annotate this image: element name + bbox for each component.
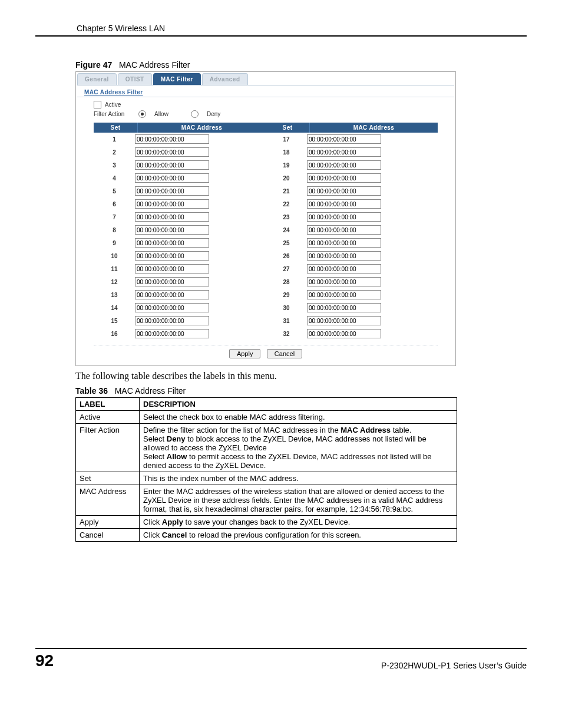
figure-caption: Figure 47 MAC Address Filter xyxy=(75,60,527,70)
mac-address-input[interactable] xyxy=(135,251,209,261)
mac-address-input[interactable] xyxy=(307,329,381,338)
panel-title: MAC Address Filter xyxy=(77,85,454,97)
mac-address-input[interactable] xyxy=(135,316,209,325)
mac-row: 27 xyxy=(266,262,438,275)
mac-row: 7 xyxy=(94,210,266,223)
mac-row: 19 xyxy=(266,159,438,172)
mac-set-index: 3 xyxy=(94,162,135,169)
tab-advanced[interactable]: Advanced xyxy=(202,73,248,85)
page-number: 92 xyxy=(35,651,54,670)
mac-row: 24 xyxy=(266,223,438,236)
mac-address-input[interactable] xyxy=(307,173,381,183)
tab-mac-filter[interactable]: MAC Filter xyxy=(153,73,201,85)
mac-row: 30 xyxy=(266,301,438,314)
mac-address-input[interactable] xyxy=(135,134,209,144)
col-header-set: Set xyxy=(266,123,310,133)
cell-desc: This is the index number of the MAC addr… xyxy=(140,472,457,485)
mac-row: 4 xyxy=(94,172,266,185)
mac-row: 18 xyxy=(266,146,438,159)
mac-address-input[interactable] xyxy=(135,147,209,157)
mac-row: 26 xyxy=(266,249,438,262)
apply-button[interactable]: Apply xyxy=(229,349,261,358)
active-checkbox[interactable] xyxy=(94,101,101,108)
col-header-mac: MAC Address xyxy=(138,123,266,133)
mac-row: 6 xyxy=(94,197,266,210)
mac-address-input[interactable] xyxy=(135,212,209,222)
mac-set-index: 24 xyxy=(266,227,307,233)
tab-bar: General OTIST MAC Filter Advanced xyxy=(77,73,454,85)
th-description: DESCRIPTION xyxy=(140,398,457,411)
mac-address-input[interactable] xyxy=(135,225,209,235)
mac-row: 10 xyxy=(94,249,266,262)
mac-row: 15 xyxy=(94,314,266,327)
tab-general[interactable]: General xyxy=(77,73,117,85)
mac-address-input[interactable] xyxy=(307,316,381,325)
mac-set-index: 6 xyxy=(94,201,135,207)
mac-address-input[interactable] xyxy=(135,277,209,286)
radio-allow[interactable] xyxy=(138,110,146,118)
tab-otist[interactable]: OTIST xyxy=(118,73,152,85)
mac-address-input[interactable] xyxy=(135,160,209,170)
table-row: Apply Click Apply to save your changes b… xyxy=(76,516,457,529)
mac-address-input[interactable] xyxy=(307,238,381,248)
chapter-header: Chapter 5 Wireless LAN xyxy=(35,24,527,37)
mac-set-index: 8 xyxy=(94,227,135,233)
cancel-button[interactable]: Cancel xyxy=(267,349,302,358)
mac-set-index: 17 xyxy=(266,136,307,143)
mac-address-input[interactable] xyxy=(135,303,209,312)
mac-row: 2 xyxy=(94,146,266,159)
cell-label: MAC Address xyxy=(76,485,140,516)
mac-address-input[interactable] xyxy=(135,329,209,338)
radio-deny[interactable] xyxy=(191,110,199,118)
mac-address-input[interactable] xyxy=(307,264,381,274)
deny-label: Deny xyxy=(207,111,220,117)
screenshot-panel: General OTIST MAC Filter Advanced MAC Ad… xyxy=(75,71,456,366)
mac-row: 21 xyxy=(266,185,438,197)
mac-address-input[interactable] xyxy=(307,290,381,299)
mac-address-input[interactable] xyxy=(307,277,381,286)
mac-address-input[interactable] xyxy=(307,186,381,196)
mac-row: 29 xyxy=(266,288,438,301)
mac-row: 9 xyxy=(94,236,266,249)
mac-address-input[interactable] xyxy=(135,186,209,196)
mac-row: 16 xyxy=(94,327,266,340)
mac-set-index: 14 xyxy=(94,305,135,311)
table-row: Filter Action Define the filter action f… xyxy=(76,424,457,472)
mac-set-index: 15 xyxy=(94,318,135,324)
filter-action-label: Filter Action xyxy=(94,111,130,117)
mac-address-input[interactable] xyxy=(307,225,381,235)
mac-set-index: 2 xyxy=(94,149,135,156)
mac-address-input[interactable] xyxy=(307,212,381,222)
mac-address-input[interactable] xyxy=(307,160,381,170)
mac-row: 32 xyxy=(266,327,438,340)
table-title: MAC Address Filter xyxy=(115,386,186,396)
mac-set-index: 29 xyxy=(266,292,307,298)
mac-address-input[interactable] xyxy=(135,199,209,209)
mac-row: 31 xyxy=(266,314,438,327)
mac-row: 13 xyxy=(94,288,266,301)
mac-set-index: 19 xyxy=(266,162,307,169)
mac-set-index: 26 xyxy=(266,253,307,259)
mac-address-input[interactable] xyxy=(307,147,381,157)
mac-address-input[interactable] xyxy=(307,303,381,312)
mac-address-input[interactable] xyxy=(135,173,209,183)
active-label: Active xyxy=(105,101,121,108)
table-caption: Table 36 MAC Address Filter xyxy=(75,386,527,396)
mac-address-input[interactable] xyxy=(307,251,381,261)
mac-row: 1 xyxy=(94,133,266,146)
cell-label: Set xyxy=(76,472,140,485)
mac-address-input[interactable] xyxy=(307,134,381,144)
mac-row: 17 xyxy=(266,133,438,146)
cell-desc: Click Cancel to reload the previous conf… xyxy=(140,529,457,542)
mac-row: 20 xyxy=(266,172,438,185)
cell-desc: Define the filter action for the list of… xyxy=(140,424,457,472)
mac-address-input[interactable] xyxy=(135,264,209,274)
mac-set-index: 25 xyxy=(266,240,307,246)
mac-set-index: 1 xyxy=(94,136,135,143)
mac-address-input[interactable] xyxy=(135,238,209,248)
mac-address-input[interactable] xyxy=(307,199,381,209)
cell-label: Filter Action xyxy=(76,424,140,472)
mac-address-input[interactable] xyxy=(135,290,209,299)
mac-set-index: 28 xyxy=(266,279,307,285)
figure-label: Figure 47 xyxy=(75,60,112,70)
